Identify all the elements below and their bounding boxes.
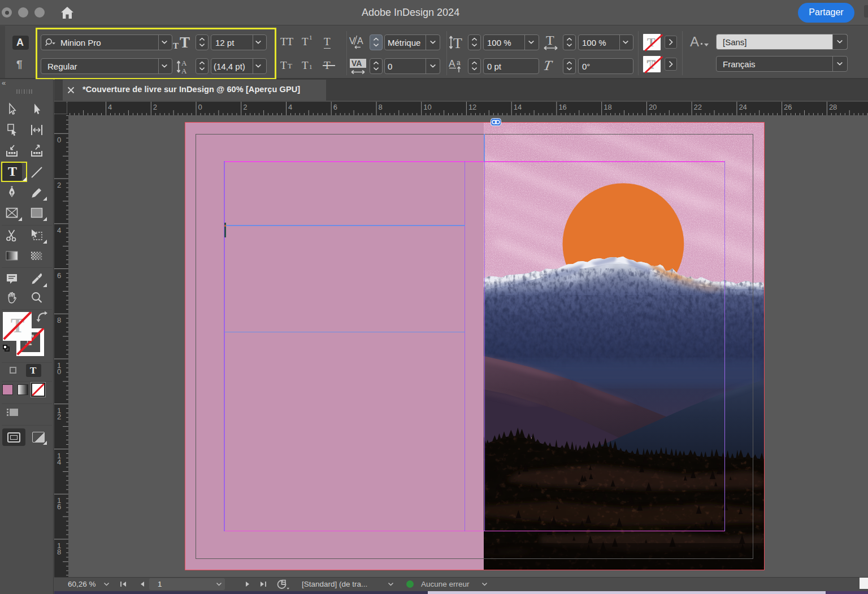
svg-text:26: 26 <box>784 103 792 111</box>
svg-text:8: 8 <box>57 548 61 556</box>
svg-text:6: 6 <box>57 502 61 511</box>
svg-text:4: 4 <box>288 103 292 111</box>
svg-text:10: 10 <box>423 103 431 111</box>
svg-text:a: a <box>457 59 461 67</box>
svg-text:20: 20 <box>649 103 657 111</box>
svg-text:0: 0 <box>198 103 202 111</box>
svg-text:2: 2 <box>153 103 157 111</box>
svg-text:16: 16 <box>558 103 566 111</box>
svg-text:18: 18 <box>604 103 611 111</box>
svg-text:24: 24 <box>739 103 747 111</box>
svg-text:12: 12 <box>468 103 476 111</box>
svg-text:4: 4 <box>108 103 112 111</box>
svg-text:T: T <box>453 35 462 51</box>
svg-text:A: A <box>449 58 455 69</box>
svg-text:2: 2 <box>57 413 61 421</box>
svg-text:22: 22 <box>694 103 702 111</box>
svg-text:14: 14 <box>514 103 522 111</box>
svg-text:6: 6 <box>57 271 61 280</box>
svg-text:0: 0 <box>57 367 61 376</box>
svg-text:A: A <box>181 67 187 75</box>
svg-text:8: 8 <box>57 316 61 324</box>
svg-text:4: 4 <box>57 458 61 466</box>
svg-text:2: 2 <box>243 103 247 111</box>
svg-text:A: A <box>357 36 363 46</box>
svg-text:VA: VA <box>351 59 362 68</box>
svg-text:V: V <box>349 36 355 46</box>
svg-text:2: 2 <box>57 181 61 189</box>
svg-text:0: 0 <box>57 136 61 144</box>
svg-text:T: T <box>546 34 554 47</box>
svg-text:28: 28 <box>829 103 837 111</box>
svg-text:6: 6 <box>333 103 337 111</box>
svg-text:A: A <box>181 59 187 67</box>
svg-text:4: 4 <box>57 226 61 235</box>
svg-text:8: 8 <box>379 103 383 111</box>
